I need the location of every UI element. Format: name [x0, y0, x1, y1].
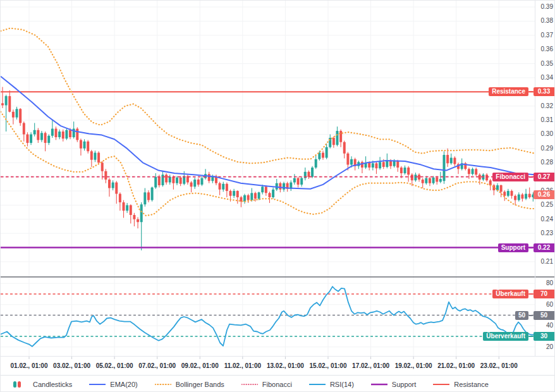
candle[interactable]	[176, 178, 178, 183]
candle[interactable]	[453, 157, 456, 164]
candle[interactable]	[83, 142, 86, 149]
candle[interactable]	[485, 175, 488, 180]
candle[interactable]	[496, 185, 499, 190]
candle[interactable]	[339, 131, 342, 142]
candle[interactable]	[511, 191, 513, 196]
candle[interactable]	[40, 133, 43, 140]
candle[interactable]	[332, 138, 335, 145]
candle[interactable]	[254, 193, 257, 199]
candle[interactable]	[300, 178, 303, 185]
candle[interactable]	[346, 154, 349, 165]
candle[interactable]	[500, 185, 503, 192]
candle[interactable]	[101, 162, 104, 171]
candle[interactable]	[436, 178, 438, 182]
candle[interactable]	[193, 180, 196, 187]
candle[interactable]	[518, 195, 520, 200]
candle[interactable]	[219, 183, 221, 190]
candle[interactable]	[233, 191, 235, 196]
candle[interactable]	[382, 162, 385, 167]
candle[interactable]	[386, 161, 388, 167]
candle[interactable]	[94, 153, 96, 160]
candle[interactable]	[336, 131, 339, 145]
candle[interactable]	[30, 134, 32, 142]
candle[interactable]	[137, 219, 139, 222]
candle[interactable]	[16, 109, 18, 117]
legend-item-fibonacci[interactable]: Fibonacci	[241, 380, 292, 389]
candle[interactable]	[422, 180, 424, 183]
candle[interactable]	[222, 184, 224, 190]
candle[interactable]	[5, 96, 8, 106]
candle[interactable]	[311, 168, 314, 177]
candle[interactable]	[51, 129, 54, 136]
candle[interactable]	[404, 168, 406, 173]
candle[interactable]	[126, 205, 128, 211]
candle[interactable]	[446, 155, 449, 163]
candle[interactable]	[12, 112, 15, 118]
candles-layer[interactable]	[1, 87, 534, 250]
legend-item-rsi[interactable]: RSI(14)	[309, 380, 354, 389]
legend-item-bollinger[interactable]: Bollinger Bands	[155, 380, 224, 389]
candle[interactable]	[197, 180, 200, 185]
candle[interactable]	[372, 163, 374, 168]
candle[interactable]	[268, 193, 271, 197]
candle[interactable]	[119, 193, 121, 202]
candle[interactable]	[104, 171, 107, 180]
candle[interactable]	[411, 175, 413, 180]
candle[interactable]	[503, 192, 506, 196]
candle[interactable]	[143, 192, 146, 204]
candle[interactable]	[350, 159, 353, 165]
candle[interactable]	[154, 177, 157, 188]
candle[interactable]	[389, 161, 392, 166]
candle[interactable]	[368, 162, 370, 168]
candle[interactable]	[293, 178, 296, 183]
candle[interactable]	[87, 142, 89, 152]
candle[interactable]	[525, 193, 527, 199]
chart-canvas[interactable]	[1, 1, 555, 392]
candle[interactable]	[315, 159, 317, 168]
candle[interactable]	[521, 195, 523, 199]
candle[interactable]	[396, 161, 399, 168]
candle[interactable]	[123, 202, 125, 211]
legend-item-ema[interactable]: EMA(20)	[89, 380, 137, 389]
legend-item-candlesticks[interactable]: Candlesticks	[12, 380, 72, 389]
candle[interactable]	[69, 130, 71, 137]
candle[interactable]	[279, 183, 281, 190]
candle[interactable]	[297, 178, 300, 185]
candle[interactable]	[468, 169, 470, 174]
candle[interactable]	[261, 187, 264, 192]
candle[interactable]	[400, 168, 403, 173]
candle[interactable]	[165, 175, 168, 182]
candle[interactable]	[307, 172, 310, 177]
candle[interactable]	[180, 178, 182, 184]
candle[interactable]	[54, 129, 57, 137]
candle[interactable]	[90, 151, 93, 159]
candle[interactable]	[414, 175, 417, 180]
candle[interactable]	[161, 175, 164, 185]
candle[interactable]	[432, 178, 435, 183]
candle[interactable]	[8, 96, 11, 112]
candle[interactable]	[115, 183, 118, 194]
candle[interactable]	[37, 130, 39, 140]
candle[interactable]	[44, 133, 47, 143]
candle[interactable]	[208, 174, 210, 181]
candle[interactable]	[1, 103, 4, 105]
candle[interactable]	[283, 183, 285, 190]
candle[interactable]	[407, 168, 410, 175]
candle[interactable]	[47, 136, 50, 143]
legend-item-support[interactable]: Support	[371, 380, 417, 389]
candle[interactable]	[272, 190, 274, 197]
candle[interactable]	[172, 177, 174, 183]
candle[interactable]	[190, 183, 193, 187]
legend-item-resistance[interactable]: Resistance	[433, 380, 488, 389]
candle[interactable]	[528, 193, 531, 197]
candle[interactable]	[140, 204, 143, 222]
candle[interactable]	[169, 177, 171, 183]
candle[interactable]	[375, 163, 377, 168]
candle[interactable]	[361, 162, 363, 168]
candle[interactable]	[151, 187, 154, 200]
candle[interactable]	[393, 161, 396, 166]
candle[interactable]	[258, 192, 260, 199]
candle[interactable]	[200, 178, 203, 185]
candle[interactable]	[112, 183, 114, 188]
candle[interactable]	[418, 175, 420, 180]
